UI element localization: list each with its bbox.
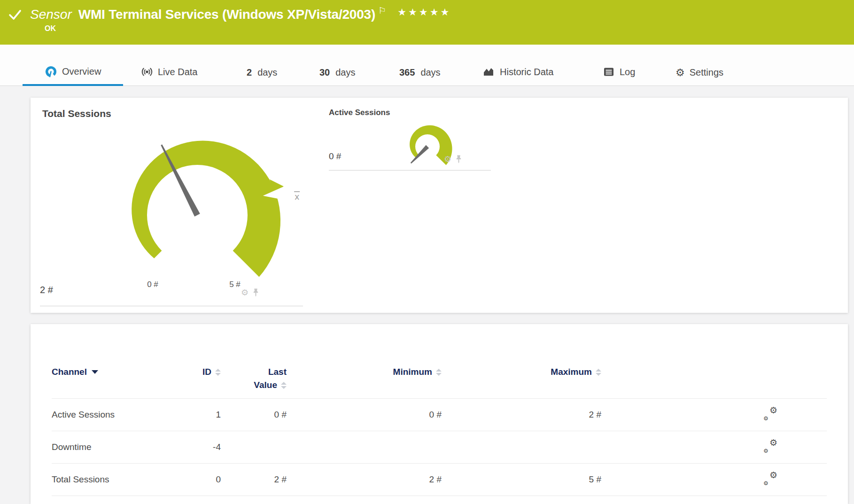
gauges-panel: Total Sessions x 2 # 0 # 5 # ⚙ Active Se… — [31, 98, 848, 313]
priority-stars[interactable]: ★★★★★ — [397, 7, 451, 18]
gauge-icon — [45, 65, 57, 78]
cell-channel: Active Sessions — [52, 410, 183, 420]
cell-last-value: 0 # — [221, 410, 287, 420]
tab-overview[interactable]: Overview — [45, 65, 101, 78]
table-row[interactable]: Total Sessions 0 2 # 2 # 5 # ⚙⚙ — [52, 464, 827, 496]
gauge-title-active-sessions: Active Sessions — [329, 108, 390, 117]
active-tab-indicator — [23, 84, 123, 86]
gauge-divider — [40, 306, 303, 306]
active-sessions-gauge — [385, 112, 474, 173]
tab-historic-data[interactable]: Historic Data — [483, 66, 553, 78]
gauge-settings-icon[interactable]: ⚙ — [241, 288, 248, 297]
sort-icon — [215, 369, 221, 376]
pin-icon[interactable] — [253, 288, 259, 297]
object-type-label: Sensor — [30, 6, 72, 23]
channel-settings-gears-icon[interactable]: ⚙⚙ — [763, 439, 777, 453]
table-header-row: Channel ID Last Value Minimum Maximum — [52, 359, 827, 399]
cell-channel: Downtime — [52, 442, 183, 452]
sort-icon — [596, 369, 601, 376]
sort-desc-icon — [92, 370, 98, 374]
cell-minimum: 0 # — [287, 410, 442, 420]
gauge-min-label: 0 # — [136, 280, 169, 289]
active-sessions-gauge-block: Active Sessions 0 # ⚙ — [329, 108, 519, 173]
cell-channel: Total Sessions — [52, 474, 183, 485]
cell-id: 0 — [183, 474, 221, 485]
tab-log[interactable]: Log — [603, 66, 635, 78]
tab-live-data[interactable]: Live Data — [141, 66, 198, 78]
channel-settings-gears-icon[interactable]: ⚙⚙ — [763, 472, 777, 486]
gauge-divider — [329, 170, 491, 171]
tab-365-days[interactable]: 365 days — [399, 67, 441, 78]
channel-settings-gears-icon[interactable]: ⚙⚙ — [763, 407, 777, 421]
status-ok-check-icon — [8, 9, 22, 21]
gauge-current-value: 0 # — [329, 151, 341, 162]
channels-panel: Channel ID Last Value Minimum Maximum Ac… — [31, 324, 848, 504]
gear-icon: ⚙ — [675, 68, 685, 78]
cell-maximum: 2 # — [442, 410, 601, 420]
table-row[interactable]: Downtime -4 ⚙⚙ — [52, 431, 827, 464]
tab-2-days[interactable]: 2 days — [247, 67, 277, 78]
status-badge: OK — [45, 24, 56, 33]
sort-icon — [436, 369, 442, 376]
sort-icon — [281, 382, 287, 389]
gauge-settings-icon[interactable]: ⚙ — [444, 155, 451, 163]
live-data-icon — [141, 66, 153, 78]
log-icon — [603, 66, 615, 78]
channel-table: Channel ID Last Value Minimum Maximum Ac… — [52, 359, 827, 496]
column-header-maximum[interactable]: Maximum — [442, 367, 601, 377]
column-header-channel[interactable]: Channel — [52, 367, 183, 377]
total-sessions-gauge: x — [99, 116, 319, 309]
pin-icon[interactable] — [456, 155, 462, 163]
column-header-minimum[interactable]: Minimum — [287, 367, 442, 377]
table-row[interactable]: Active Sessions 1 0 # 0 # 2 # ⚙⚙ — [52, 399, 827, 431]
cell-minimum: 2 # — [287, 474, 442, 485]
area-chart-icon — [483, 66, 495, 78]
tab-30-days[interactable]: 30 days — [319, 67, 356, 78]
gauge-current-value: 2 # — [40, 285, 53, 295]
tab-bar: Overview Live Data 2 days 30 days 365 da… — [0, 45, 854, 86]
sensor-header: Sensor WMI Terminal Services (Windows XP… — [0, 0, 854, 45]
svg-text:x: x — [295, 192, 299, 202]
cell-id: 1 — [183, 410, 221, 420]
column-header-last-value[interactable]: Last Value — [221, 367, 287, 390]
priority-flag-icon[interactable]: ⚐ — [378, 6, 386, 15]
cell-id: -4 — [183, 442, 221, 452]
column-header-id[interactable]: ID — [183, 367, 221, 377]
cell-last-value: 2 # — [221, 474, 287, 485]
tab-settings[interactable]: ⚙ Settings — [675, 67, 723, 78]
page-title: WMI Terminal Services (Windows XP/Vista/… — [78, 6, 375, 23]
cell-maximum: 5 # — [442, 474, 601, 485]
